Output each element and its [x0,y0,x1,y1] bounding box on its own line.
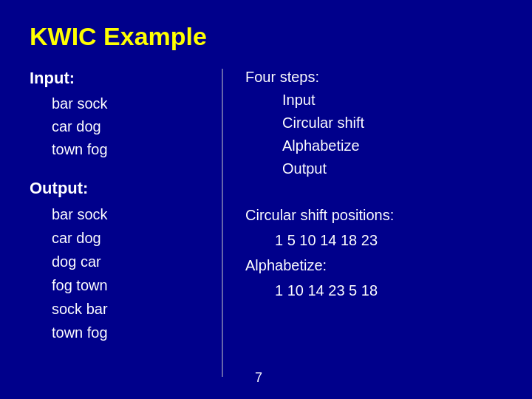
output-item-6: town fog [52,321,207,344]
output-item-5: sock bar [52,297,207,321]
right-column: Four steps: Input Circular shift Alphabe… [245,69,502,377]
page-number: 7 [255,370,262,386]
four-steps-items: Input Circular shift Alphabetize Output [245,89,502,180]
circular-shift-numbers: 1 5 10 14 18 23 [245,228,502,253]
alphabetize-numbers: 1 10 14 23 5 18 [245,278,502,303]
column-divider [222,69,223,377]
alphabetize-title: Alphabetize: [245,257,327,273]
output-item-2: car dog [52,226,207,250]
step-input: Input [282,89,502,112]
left-column: Input: bar sock car dog town fog Output:… [30,69,222,377]
circular-text: Circular shift positions: 1 5 10 14 18 2… [245,202,502,303]
four-steps-title: Four steps: [245,69,502,86]
step-circular-shift: Circular shift [282,112,502,134]
input-item-3: town fog [52,138,207,161]
input-item-2: car dog [52,115,207,138]
input-item-1: bar sock [52,92,207,115]
step-output: Output [282,157,502,180]
step-alphabetize: Alphabetize [282,134,502,157]
output-items: bar sock car dog dog car fog town sock b… [30,202,207,344]
input-label: Input: [30,69,207,88]
page-title: KWIC Example [30,22,502,51]
circular-shift-title: Circular shift positions: [245,207,394,223]
output-item-4: fog town [52,273,207,297]
input-items: bar sock car dog town fog [30,92,207,161]
content-area: Input: bar sock car dog town fog Output:… [30,69,502,377]
output-item-3: dog car [52,250,207,273]
output-item-1: bar sock [52,202,207,226]
circular-section: Circular shift positions: 1 5 10 14 18 2… [245,202,502,303]
slide: KWIC Example Input: bar sock car dog tow… [0,0,532,399]
output-label: Output: [30,179,207,198]
four-steps-section: Four steps: Input Circular shift Alphabe… [245,69,502,180]
